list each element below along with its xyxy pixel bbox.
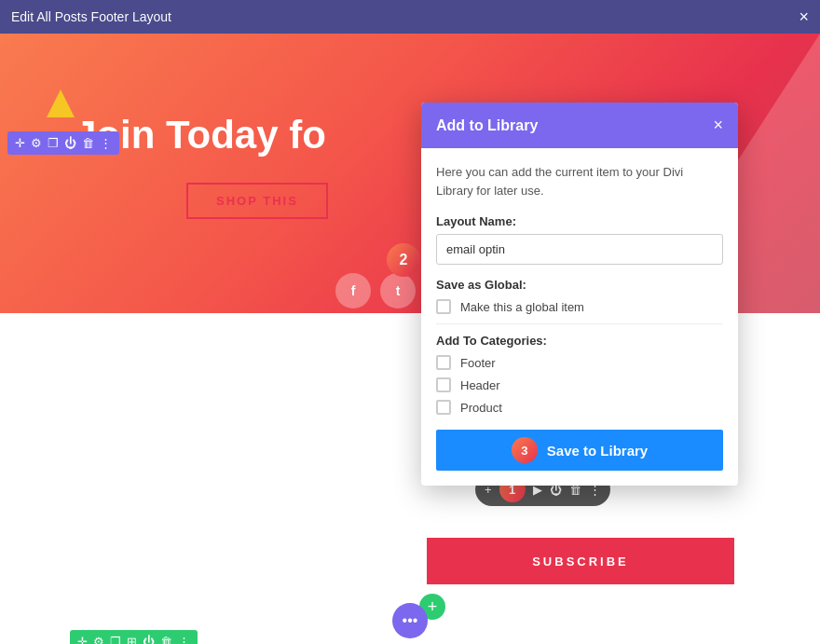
add-column-icon[interactable]: ✛ — [77, 635, 88, 644]
power-icon[interactable]: ⏻ — [64, 136, 76, 150]
make-global-checkbox[interactable] — [436, 299, 451, 314]
save-to-library-label: Save to Library — [547, 443, 648, 459]
settings-icon[interactable]: ⚙ — [31, 136, 42, 150]
category-header-label: Header — [460, 378, 500, 392]
layout-name-input[interactable] — [436, 234, 723, 265]
category-footer-label: Footer — [460, 356, 496, 370]
step-2-indicator: 2 — [387, 243, 420, 277]
layout-name-label: Layout Name: — [436, 214, 723, 228]
more-icon-2[interactable]: ⋮ — [178, 635, 190, 644]
subscribe-button[interactable]: SUBSCRIBE — [427, 538, 734, 584]
categories-list: Footer Header Product — [436, 355, 723, 415]
decorative-yellow — [47, 89, 75, 117]
move-icon[interactable]: ✛ — [15, 136, 25, 150]
duplicate-icon[interactable]: ❐ — [48, 136, 59, 150]
add-to-categories-label: Add To Categories: — [436, 334, 723, 348]
row-toolbar-top[interactable]: ✛ ⚙ ❐ ⏻ 🗑 ⋮ — [7, 131, 119, 155]
purple-dot-menu[interactable]: ••• — [392, 603, 428, 638]
social-icons-group: f t — [335, 273, 416, 308]
category-product-checkbox[interactable] — [436, 400, 451, 415]
settings-icon-2[interactable]: ⚙ — [93, 635, 104, 644]
divider-1 — [436, 323, 723, 324]
save-as-global-label: Save as Global: — [436, 278, 723, 292]
category-footer-checkbox[interactable] — [436, 355, 451, 370]
modal-title: Add to Library — [436, 117, 538, 134]
modal-close-button[interactable]: × — [713, 116, 723, 135]
delete-icon[interactable]: 🗑 — [82, 136, 94, 150]
add-to-library-modal: Add to Library × Here you can add the cu… — [421, 103, 738, 486]
row-toolbar-bottom[interactable]: ✛ ⚙ ❐ ⊞ ⏻ 🗑 ⋮ — [70, 630, 198, 644]
duplicate-icon-2[interactable]: ❐ — [110, 635, 121, 644]
make-global-text: Make this a global item — [460, 300, 584, 314]
power-icon-2[interactable]: ⏻ — [143, 635, 155, 644]
category-footer-row: Footer — [436, 355, 723, 370]
facebook-icon[interactable]: f — [335, 273, 371, 308]
twitter-icon[interactable]: t — [380, 273, 416, 308]
category-product-row: Product — [436, 400, 723, 415]
more-icon[interactable]: ⋮ — [100, 136, 112, 150]
category-product-label: Product — [460, 401, 502, 415]
title-bar-label: Edit All Posts Footer Layout — [11, 9, 171, 24]
shop-button[interactable]: SHOP THIS — [186, 183, 328, 219]
category-header-checkbox[interactable] — [436, 377, 451, 392]
modal-header: Add to Library × — [421, 103, 738, 148]
modal-body: Here you can add the current item to you… — [421, 148, 738, 486]
modal-description: Here you can add the current item to you… — [436, 163, 723, 199]
editor-area: ✛ ⚙ ❐ ⏻ 🗑 ⋮ Join Today fo SHOP THIS 2 f … — [0, 34, 820, 644]
columns-icon[interactable]: ⊞ — [127, 635, 137, 644]
make-global-row: Make this a global item — [436, 299, 723, 314]
category-header-row: Header — [436, 377, 723, 392]
title-bar-close-button[interactable]: × — [799, 8, 809, 25]
save-to-library-button[interactable]: 3 Save to Library — [436, 430, 723, 471]
title-bar: Edit All Posts Footer Layout × — [0, 0, 820, 34]
step-3-indicator: 3 — [512, 437, 538, 463]
delete-icon-2[interactable]: 🗑 — [160, 635, 172, 644]
